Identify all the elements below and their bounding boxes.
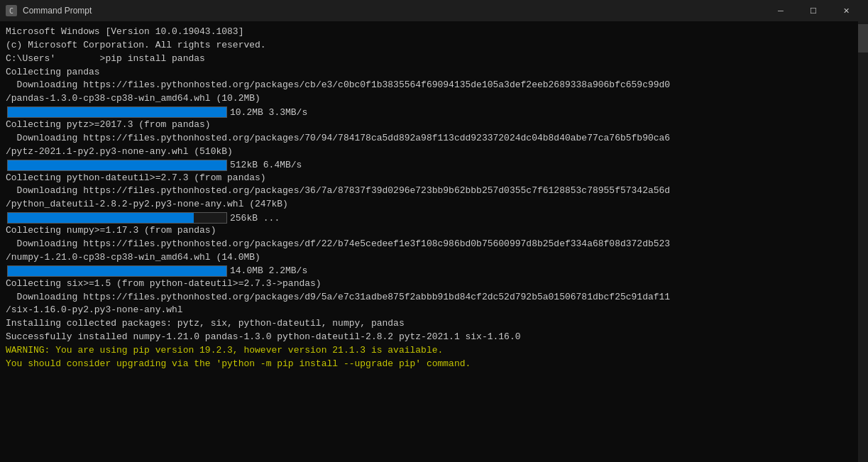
progress-label: 512kB 6.4MB/s	[230, 160, 302, 170]
progress-bar-container	[7, 160, 227, 171]
console-line: Microsoft Windows [Version 10.0.19043.10…	[3, 26, 865, 39]
scrollbar-thumb[interactable]	[858, 24, 868, 53]
maximize-button[interactable]: ☐	[797, 0, 830, 21]
progress-bar-container	[7, 265, 227, 277]
console-line: /python_dateutil-2.8.2-py2.py3-none-any.…	[3, 198, 865, 211]
progress-bar-container	[7, 106, 227, 118]
console-line: Downloading https://files.pythonhosted.o…	[3, 79, 865, 92]
progress-bar-row: 14.0MB 2.2MB/s	[3, 265, 865, 277]
console-line: Successfully installed numpy-1.21.0 pand…	[3, 331, 865, 344]
progress-label: 14.0MB 2.2MB/s	[230, 265, 307, 276]
progress-bar-fill	[8, 213, 194, 223]
titlebar: C Command Prompt ─ ☐ ✕	[0, 0, 868, 21]
console-line: Downloading https://files.pythonhosted.o…	[3, 132, 865, 145]
console-output: Microsoft Windows [Version 10.0.19043.10…	[0, 21, 868, 462]
progress-bar-fill	[8, 160, 226, 170]
console-line: Downloading https://files.pythonhosted.o…	[3, 185, 865, 198]
progress-bar-row: 512kB 6.4MB/s	[3, 160, 865, 171]
console-line: Collecting numpy>=1.17.3 (from pandas)	[3, 224, 865, 238]
window-controls: ─ ☐ ✕	[764, 0, 862, 21]
progress-bar-fill	[8, 107, 226, 117]
svg-text:C: C	[9, 7, 13, 15]
scrollbar[interactable]	[858, 21, 868, 462]
console-line: You should consider upgrading via the 'p…	[3, 358, 865, 371]
console-line: /numpy-1.21.0-cp38-cp38-win_amd64.whl (1…	[3, 251, 865, 265]
close-button[interactable]: ✕	[830, 0, 862, 21]
app-icon: C	[6, 5, 17, 16]
progress-bar-row: 256kB ...	[3, 212, 865, 224]
progress-label: 10.2MB 3.3MB/s	[230, 107, 307, 118]
console-line: Collecting python-dateutil>=2.7.3 (from …	[3, 172, 865, 185]
progress-label: 256kB ...	[230, 213, 280, 224]
window-title: Command Prompt	[23, 6, 759, 16]
console-line: C:\Users' >pip install pandas	[3, 53, 865, 66]
progress-bar-container	[7, 212, 227, 224]
console-line: Installing collected packages: pytz, six…	[3, 317, 865, 331]
console-line: /six-1.16.0-py2.py3-none-any.whl	[3, 304, 865, 317]
console-lines: Microsoft Windows [Version 10.0.19043.10…	[3, 26, 865, 371]
console-line: /pandas-1.3.0-cp38-cp38-win_amd64.whl (1…	[3, 92, 865, 106]
progress-bar-row: 10.2MB 3.3MB/s	[3, 106, 865, 118]
console-line: Downloading https://files.pythonhosted.o…	[3, 238, 865, 251]
progress-bar-fill	[8, 266, 226, 276]
console-line: Collecting pandas	[3, 66, 865, 79]
console-line: /pytz-2021.1-py2.py3-none-any.whl (510kB…	[3, 145, 865, 159]
console-line: Collecting pytz>=2017.3 (from pandas)	[3, 119, 865, 132]
minimize-button[interactable]: ─	[764, 0, 797, 21]
console-line: Downloading https://files.pythonhosted.o…	[3, 291, 865, 304]
console-line: Collecting six>=1.5 (from python-dateuti…	[3, 277, 865, 291]
console-line: (c) Microsoft Corporation. All rights re…	[3, 39, 865, 53]
console-line: WARNING: You are using pip version 19.2.…	[3, 344, 865, 358]
